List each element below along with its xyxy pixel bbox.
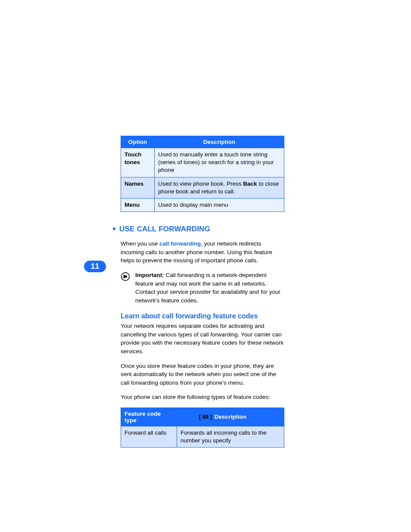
option-cell: Menu [121,199,155,212]
option-cell: Names [121,177,155,198]
section-title-text: USE CALL FORWARDING [119,225,210,233]
chapter-tab: 11 [84,261,106,272]
feature-type-cell: Forward all calls [121,426,177,447]
table-row: Menu Used to display main menu [121,199,284,212]
paragraph: Your network requires separate codes for… [121,322,284,355]
col-header-option: Option [121,136,155,148]
important-label: Important: [135,272,164,278]
description-cell: Used to view phone book. Press Back to c… [155,177,284,198]
description-cell: Used to manually enter a touch tone stri… [155,148,284,177]
paragraph: Once you store these feature codes in yo… [121,362,284,387]
important-text: Important: Call forwarding is a network-… [135,271,284,305]
option-cell: Touch tones [121,148,155,177]
bullet-icon [113,227,115,230]
keyword: call forwarding [159,240,201,247]
sub-heading: Learn about call forwarding feature code… [121,312,284,320]
paragraph: Your phone can store the following types… [121,393,284,401]
table-row: Forward all calls Forwards all incoming … [121,426,284,447]
table-row: Names Used to view phone book. Press Bac… [121,177,284,198]
main-content: Option Description Touch tones Used to m… [121,136,284,448]
intro-paragraph: When you use call forwarding, your netwo… [121,240,284,265]
chapter-number: 11 [90,262,99,271]
important-icon [121,272,130,283]
text: When you use [121,240,159,247]
options-table: Option Description Touch tones Used to m… [121,136,284,212]
section-heading: USE CALL FORWARDING [113,225,284,233]
important-note: Important: Call forwarding is a network-… [121,271,284,305]
table-header-row: Option Description [121,136,284,148]
col-header-description: Description [155,136,284,148]
description-cell: Forwards all incoming calls to the numbe… [177,426,284,447]
page-number: [ 88 ] [0,414,411,420]
bold-key: Back [243,180,257,187]
text: Used to view phone book. Press [158,180,243,187]
description-cell: Used to display main menu [155,199,284,212]
table-row: Touch tones Used to manually enter a tou… [121,148,284,177]
